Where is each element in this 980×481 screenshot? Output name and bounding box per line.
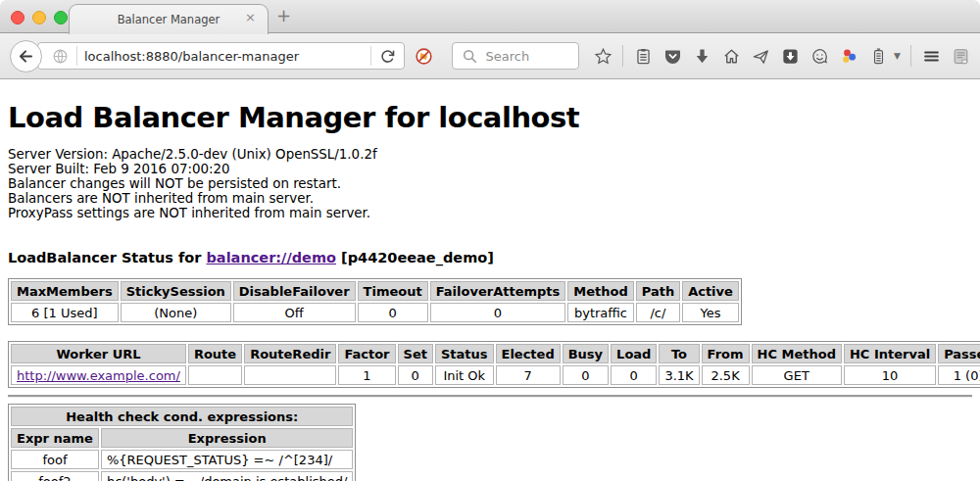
urlbar-separator xyxy=(370,46,371,66)
search-icon xyxy=(461,46,480,66)
col-to: To xyxy=(659,344,699,363)
balancer-summary-table: MaxMembers StickySession DisableFailover… xyxy=(8,278,742,325)
cell-status: Init Ok xyxy=(435,365,494,385)
urlbar-separator xyxy=(76,46,77,66)
persist-notice-line: Balancer changes will NOT be persisted o… xyxy=(8,176,972,191)
col-path: Path xyxy=(636,281,680,301)
table-row: 6 [1 Used] (None) Off 0 0 bytraffic /c/ … xyxy=(11,303,739,322)
col-hc-interval: HC Interval xyxy=(844,344,936,363)
new-tab-button[interactable]: + xyxy=(276,5,291,25)
cell-to: 3.1K xyxy=(659,365,699,385)
cell-routeredir xyxy=(244,365,336,385)
health-check-table: Health check cond. expressions: Expr nam… xyxy=(8,404,356,481)
page-title: Load Balancer Manager for localhost xyxy=(8,101,972,134)
back-button[interactable] xyxy=(10,40,42,72)
section-divider xyxy=(8,395,972,398)
cell-method: bytraffic xyxy=(567,303,633,322)
feedback-smiley-icon[interactable] xyxy=(809,46,829,66)
cell-expr-name: foof xyxy=(11,450,99,469)
url-text[interactable]: localhost:8880/balancer-manager xyxy=(84,49,364,64)
traffic-lights xyxy=(11,11,68,24)
cell-from: 2.5K xyxy=(702,365,750,385)
cell-worker-url: http://www.example.com/ xyxy=(11,365,186,385)
cell-set: 0 xyxy=(398,365,433,385)
cell-busy: 0 xyxy=(563,365,609,385)
cell-expr-name: foof2 xyxy=(11,471,99,481)
reload-icon[interactable] xyxy=(378,46,398,66)
loadbalancer-status-heading: LoadBalancer Status for balancer://demo … xyxy=(8,250,972,265)
status-heading-prefix: LoadBalancer Status for xyxy=(8,250,206,265)
cell-failoverattempts: 0 xyxy=(430,303,566,322)
menu-hamburger-icon[interactable] xyxy=(921,46,941,66)
minimize-window-button[interactable] xyxy=(32,11,46,24)
col-worker-url: Worker URL xyxy=(11,344,186,363)
worker-table: Worker URL Route RouteRedir Factor Set S… xyxy=(8,341,980,388)
server-version-line: Server Version: Apache/2.5.0-dev (Unix) … xyxy=(8,147,972,162)
downloader-extension-icon[interactable] xyxy=(780,46,800,66)
table-title-row: Health check cond. expressions: xyxy=(11,407,353,426)
cell-expression: %{REQUEST_STATUS} =~ /^[234]/ xyxy=(101,450,354,469)
col-expression: Expression xyxy=(101,428,354,448)
search-placeholder: Search xyxy=(486,49,530,64)
close-window-button[interactable] xyxy=(11,11,24,24)
battery-extension-icon[interactable] xyxy=(868,46,888,66)
cell-factor: 1 xyxy=(338,365,395,385)
toolbar-separator xyxy=(910,45,911,67)
col-expr-name: Expr name xyxy=(11,428,99,448)
cell-active: Yes xyxy=(682,303,739,322)
chevron-down-icon[interactable]: ▼ xyxy=(894,51,901,61)
col-maxmembers: MaxMembers xyxy=(11,281,119,301)
title-bar: Balancer Manager × + xyxy=(0,0,980,33)
cell-path: /c/ xyxy=(636,303,680,322)
col-factor: Factor xyxy=(338,344,395,363)
table-row: http://www.example.com/ 1 0 Init Ok 7 0 … xyxy=(11,365,980,385)
col-active: Active xyxy=(682,281,739,301)
bookmark-star-icon[interactable] xyxy=(593,46,612,66)
zoom-window-button[interactable] xyxy=(54,11,68,24)
cell-timeout: 0 xyxy=(358,303,428,322)
tab-center-notes-icon[interactable] xyxy=(951,46,970,66)
col-busy: Busy xyxy=(563,344,609,363)
cell-passes: 1 (0) xyxy=(938,365,980,385)
table-row: foof %{REQUEST_STATUS} =~ /^[234]/ xyxy=(11,450,353,469)
cell-maxmembers: 6 [1 Used] xyxy=(11,303,119,322)
cell-stickysession: (None) xyxy=(121,303,231,322)
col-status: Status xyxy=(435,344,494,363)
colored-dots-extension-icon[interactable] xyxy=(839,46,858,66)
server-built-line: Server Built: Feb 9 2016 07:00:20 xyxy=(8,162,972,176)
send-tab-plane-icon[interactable] xyxy=(751,46,770,66)
content-blocker-extension-icon[interactable] xyxy=(415,46,434,66)
search-input[interactable]: Search xyxy=(452,42,580,70)
cell-route xyxy=(188,365,242,385)
health-table-title: Health check cond. expressions: xyxy=(11,407,353,426)
col-load: Load xyxy=(611,344,657,363)
col-method: Method xyxy=(567,281,633,301)
col-hc-method: HC Method xyxy=(752,344,842,363)
inherit-notice-line: Balancers are NOT inherited from main se… xyxy=(8,191,972,206)
browser-window: Balancer Manager × + localhost:8880/bala… xyxy=(0,0,980,481)
col-set: Set xyxy=(398,344,433,363)
col-disablefailover: DisableFailover xyxy=(233,281,356,301)
url-bar[interactable]: localhost:8880/balancer-manager xyxy=(37,42,405,70)
downloads-icon[interactable] xyxy=(692,46,711,66)
status-heading-suffix: [p4420eeae_demo] xyxy=(336,250,494,265)
col-passes: Passes xyxy=(938,344,980,363)
cell-disablefailover: Off xyxy=(233,303,356,322)
col-routeredir: RouteRedir xyxy=(244,344,336,363)
cell-expression: hc('body') =~ /domain is established/ xyxy=(101,471,354,481)
browser-tab[interactable]: Balancer Manager × xyxy=(69,4,269,34)
back-arrow-icon xyxy=(17,46,36,66)
worker-url-link[interactable]: http://www.example.com/ xyxy=(17,368,180,383)
tab-title: Balancer Manager xyxy=(118,13,220,26)
col-timeout: Timeout xyxy=(358,281,428,301)
home-icon[interactable] xyxy=(721,46,741,66)
table-header-row: Worker URL Route RouteRedir Factor Set S… xyxy=(11,344,980,363)
toolbar-separator xyxy=(622,45,623,67)
col-from: From xyxy=(702,344,750,363)
tab-close-icon[interactable]: × xyxy=(245,11,256,24)
table-header-row: MaxMembers StickySession DisableFailover… xyxy=(11,281,739,301)
clipboard-icon[interactable] xyxy=(633,46,653,66)
balancer-demo-link[interactable]: balancer://demo xyxy=(206,250,336,265)
pocket-icon[interactable] xyxy=(662,46,682,66)
site-identity-globe-icon[interactable] xyxy=(50,46,70,66)
